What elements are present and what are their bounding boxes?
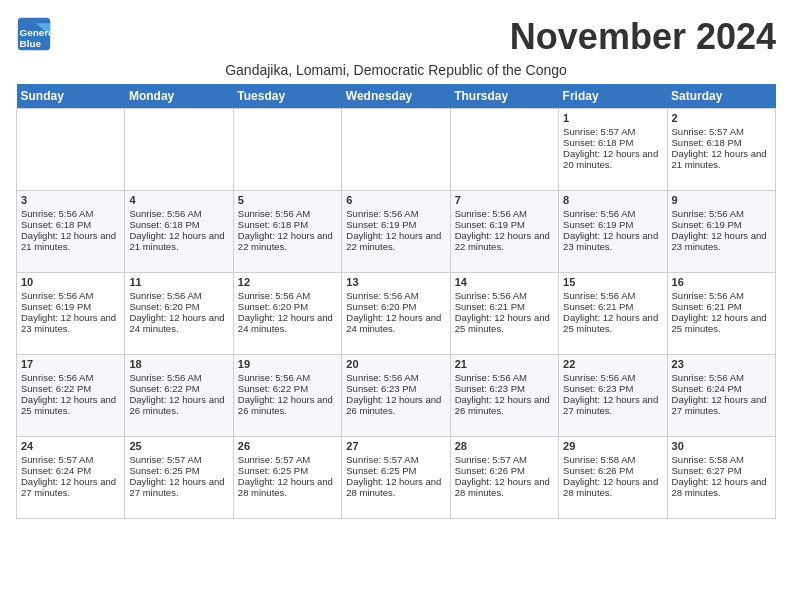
svg-text:General: General bbox=[20, 27, 52, 38]
calendar-cell: 11Sunrise: 5:56 AMSunset: 6:20 PMDayligh… bbox=[125, 273, 233, 355]
daylight-text: Daylight: 12 hours and 28 minutes. bbox=[238, 476, 337, 498]
sunset-text: Sunset: 6:19 PM bbox=[455, 219, 554, 230]
daylight-text: Daylight: 12 hours and 22 minutes. bbox=[346, 230, 445, 252]
sunrise-text: Sunrise: 5:56 AM bbox=[563, 208, 662, 219]
day-number: 3 bbox=[21, 194, 120, 206]
sunset-text: Sunset: 6:20 PM bbox=[238, 301, 337, 312]
sunrise-text: Sunrise: 5:56 AM bbox=[672, 372, 771, 383]
logo: General Blue bbox=[16, 16, 52, 52]
header-cell-wednesday: Wednesday bbox=[342, 84, 450, 109]
calendar-cell: 6Sunrise: 5:56 AMSunset: 6:19 PMDaylight… bbox=[342, 191, 450, 273]
month-title: November 2024 bbox=[510, 16, 776, 58]
sunset-text: Sunset: 6:18 PM bbox=[21, 219, 120, 230]
calendar-cell: 9Sunrise: 5:56 AMSunset: 6:19 PMDaylight… bbox=[667, 191, 775, 273]
day-number: 17 bbox=[21, 358, 120, 370]
day-number: 8 bbox=[563, 194, 662, 206]
calendar-cell bbox=[450, 109, 558, 191]
calendar-cell: 25Sunrise: 5:57 AMSunset: 6:25 PMDayligh… bbox=[125, 437, 233, 519]
daylight-text: Daylight: 12 hours and 27 minutes. bbox=[21, 476, 120, 498]
sunrise-text: Sunrise: 5:56 AM bbox=[563, 372, 662, 383]
sunrise-text: Sunrise: 5:56 AM bbox=[455, 290, 554, 301]
daylight-text: Daylight: 12 hours and 26 minutes. bbox=[455, 394, 554, 416]
sunrise-text: Sunrise: 5:56 AM bbox=[672, 290, 771, 301]
calendar-cell: 8Sunrise: 5:56 AMSunset: 6:19 PMDaylight… bbox=[559, 191, 667, 273]
header-cell-monday: Monday bbox=[125, 84, 233, 109]
day-number: 2 bbox=[672, 112, 771, 124]
sunrise-text: Sunrise: 5:56 AM bbox=[455, 372, 554, 383]
sunset-text: Sunset: 6:23 PM bbox=[455, 383, 554, 394]
sunset-text: Sunset: 6:22 PM bbox=[21, 383, 120, 394]
sunset-text: Sunset: 6:24 PM bbox=[21, 465, 120, 476]
daylight-text: Daylight: 12 hours and 23 minutes. bbox=[21, 312, 120, 334]
daylight-text: Daylight: 12 hours and 28 minutes. bbox=[672, 476, 771, 498]
day-number: 18 bbox=[129, 358, 228, 370]
calendar-cell bbox=[342, 109, 450, 191]
sunrise-text: Sunrise: 5:56 AM bbox=[672, 208, 771, 219]
calendar-cell: 28Sunrise: 5:57 AMSunset: 6:26 PMDayligh… bbox=[450, 437, 558, 519]
day-number: 11 bbox=[129, 276, 228, 288]
daylight-text: Daylight: 12 hours and 24 minutes. bbox=[346, 312, 445, 334]
day-number: 23 bbox=[672, 358, 771, 370]
sunrise-text: Sunrise: 5:57 AM bbox=[129, 454, 228, 465]
sunset-text: Sunset: 6:21 PM bbox=[563, 301, 662, 312]
sunset-text: Sunset: 6:18 PM bbox=[563, 137, 662, 148]
daylight-text: Daylight: 12 hours and 25 minutes. bbox=[672, 312, 771, 334]
daylight-text: Daylight: 12 hours and 23 minutes. bbox=[563, 230, 662, 252]
calendar-cell: 19Sunrise: 5:56 AMSunset: 6:22 PMDayligh… bbox=[233, 355, 341, 437]
sunset-text: Sunset: 6:18 PM bbox=[129, 219, 228, 230]
calendar-cell: 15Sunrise: 5:56 AMSunset: 6:21 PMDayligh… bbox=[559, 273, 667, 355]
daylight-text: Daylight: 12 hours and 22 minutes. bbox=[238, 230, 337, 252]
sunrise-text: Sunrise: 5:56 AM bbox=[21, 208, 120, 219]
page-header: General Blue November 2024 bbox=[16, 16, 776, 58]
day-number: 20 bbox=[346, 358, 445, 370]
sunrise-text: Sunrise: 5:56 AM bbox=[238, 290, 337, 301]
sunset-text: Sunset: 6:20 PM bbox=[346, 301, 445, 312]
sunrise-text: Sunrise: 5:58 AM bbox=[672, 454, 771, 465]
day-number: 22 bbox=[563, 358, 662, 370]
daylight-text: Daylight: 12 hours and 24 minutes. bbox=[129, 312, 228, 334]
sunset-text: Sunset: 6:18 PM bbox=[238, 219, 337, 230]
calendar-header-row: SundayMondayTuesdayWednesdayThursdayFrid… bbox=[17, 84, 776, 109]
sunrise-text: Sunrise: 5:56 AM bbox=[21, 290, 120, 301]
calendar-cell: 24Sunrise: 5:57 AMSunset: 6:24 PMDayligh… bbox=[17, 437, 125, 519]
sunrise-text: Sunrise: 5:57 AM bbox=[563, 126, 662, 137]
calendar-cell bbox=[17, 109, 125, 191]
day-number: 1 bbox=[563, 112, 662, 124]
sunset-text: Sunset: 6:25 PM bbox=[238, 465, 337, 476]
sunrise-text: Sunrise: 5:57 AM bbox=[455, 454, 554, 465]
daylight-text: Daylight: 12 hours and 20 minutes. bbox=[563, 148, 662, 170]
daylight-text: Daylight: 12 hours and 26 minutes. bbox=[346, 394, 445, 416]
daylight-text: Daylight: 12 hours and 21 minutes. bbox=[672, 148, 771, 170]
calendar-cell: 3Sunrise: 5:56 AMSunset: 6:18 PMDaylight… bbox=[17, 191, 125, 273]
logo-icon: General Blue bbox=[16, 16, 52, 52]
daylight-text: Daylight: 12 hours and 25 minutes. bbox=[563, 312, 662, 334]
day-number: 16 bbox=[672, 276, 771, 288]
sunrise-text: Sunrise: 5:56 AM bbox=[129, 372, 228, 383]
daylight-text: Daylight: 12 hours and 27 minutes. bbox=[563, 394, 662, 416]
daylight-text: Daylight: 12 hours and 28 minutes. bbox=[455, 476, 554, 498]
day-number: 14 bbox=[455, 276, 554, 288]
day-number: 21 bbox=[455, 358, 554, 370]
calendar-cell: 7Sunrise: 5:56 AMSunset: 6:19 PMDaylight… bbox=[450, 191, 558, 273]
calendar-body: 1Sunrise: 5:57 AMSunset: 6:18 PMDaylight… bbox=[17, 109, 776, 519]
sunrise-text: Sunrise: 5:57 AM bbox=[672, 126, 771, 137]
calendar-cell: 1Sunrise: 5:57 AMSunset: 6:18 PMDaylight… bbox=[559, 109, 667, 191]
calendar-week-5: 24Sunrise: 5:57 AMSunset: 6:24 PMDayligh… bbox=[17, 437, 776, 519]
sunrise-text: Sunrise: 5:57 AM bbox=[238, 454, 337, 465]
sunrise-text: Sunrise: 5:56 AM bbox=[346, 372, 445, 383]
calendar-cell: 12Sunrise: 5:56 AMSunset: 6:20 PMDayligh… bbox=[233, 273, 341, 355]
daylight-text: Daylight: 12 hours and 28 minutes. bbox=[563, 476, 662, 498]
daylight-text: Daylight: 12 hours and 28 minutes. bbox=[346, 476, 445, 498]
calendar-cell: 29Sunrise: 5:58 AMSunset: 6:26 PMDayligh… bbox=[559, 437, 667, 519]
calendar-cell: 16Sunrise: 5:56 AMSunset: 6:21 PMDayligh… bbox=[667, 273, 775, 355]
calendar-week-3: 10Sunrise: 5:56 AMSunset: 6:19 PMDayligh… bbox=[17, 273, 776, 355]
day-number: 29 bbox=[563, 440, 662, 452]
calendar-cell: 18Sunrise: 5:56 AMSunset: 6:22 PMDayligh… bbox=[125, 355, 233, 437]
sunset-text: Sunset: 6:19 PM bbox=[672, 219, 771, 230]
header-cell-thursday: Thursday bbox=[450, 84, 558, 109]
day-number: 12 bbox=[238, 276, 337, 288]
sunrise-text: Sunrise: 5:56 AM bbox=[129, 290, 228, 301]
day-number: 5 bbox=[238, 194, 337, 206]
calendar-cell: 10Sunrise: 5:56 AMSunset: 6:19 PMDayligh… bbox=[17, 273, 125, 355]
calendar-week-1: 1Sunrise: 5:57 AMSunset: 6:18 PMDaylight… bbox=[17, 109, 776, 191]
